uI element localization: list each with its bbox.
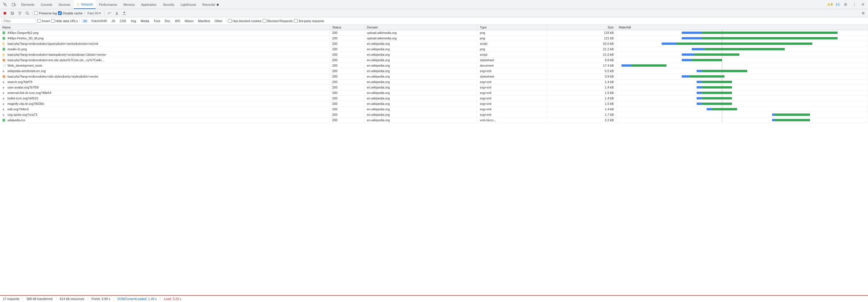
table-row[interactable]: ◈magnify-clip-ltr.svg?8330e200en.wikiped… xyxy=(0,101,868,107)
col-header-name[interactable]: Name xyxy=(0,25,330,30)
cell-waterfall xyxy=(616,117,868,123)
table-row[interactable]: 🖼440px-Dargonfly2.png200upload.wikimedia… xyxy=(0,30,868,36)
filter-type-img[interactable]: Img xyxy=(129,19,138,23)
toolbar-divider-2 xyxy=(84,11,85,16)
toggle-device-btn[interactable] xyxy=(10,1,18,9)
waterfall-download-bar xyxy=(702,103,732,105)
cell-size: 2.2 kB xyxy=(547,117,616,123)
table-row[interactable]: ◈search.svg?bbf78200en.wikipedia.orgsvg+… xyxy=(0,79,868,85)
waterfall-timeline-line xyxy=(722,112,722,117)
filter-type-doc[interactable]: Doc xyxy=(163,19,172,23)
filter-type-other[interactable]: Other xyxy=(213,19,224,23)
filter-type-ws[interactable]: WS xyxy=(174,19,182,23)
cell-waterfall xyxy=(616,36,868,41)
waterfall-connecting-bar xyxy=(662,43,677,45)
filter-type-all[interactable]: All xyxy=(82,19,88,23)
file-name: Web_development_tools xyxy=(7,64,42,67)
cell-status: 200 xyxy=(330,90,365,96)
table-row[interactable]: ◈wikipedia-wordmark-en.svg200en.wikipedi… xyxy=(0,68,868,74)
tab-sources[interactable]: Sources xyxy=(56,0,73,9)
search-btn[interactable] xyxy=(24,10,30,17)
col-header-domain[interactable]: Domain xyxy=(365,25,477,30)
table-row[interactable]: {}load.php?lang=en&modules=jquery&skin=v… xyxy=(0,41,868,47)
more-tools-btn[interactable]: ⋮ xyxy=(850,1,858,9)
tab-console[interactable]: Console xyxy=(38,0,55,9)
clear-btn[interactable] xyxy=(9,10,16,17)
filter-type-manifest[interactable]: Manifest xyxy=(196,19,212,23)
tab-performance[interactable]: Performance xyxy=(96,0,120,9)
waterfall-timeline-line xyxy=(722,63,722,68)
throttle-select-btn[interactable]: Fast 3G ▼ xyxy=(86,10,102,17)
filter-input[interactable] xyxy=(2,18,36,24)
table-row[interactable]: 🖼440px-Firefox_3D_tilt.png200upload.wiki… xyxy=(0,36,868,41)
file-name: enwiki-2x.png xyxy=(7,48,27,51)
tab-security[interactable]: Security xyxy=(160,0,177,9)
file-name: wikipedia-wordmark-en.svg xyxy=(7,69,45,73)
preserve-log-checkbox[interactable]: Preserve log xyxy=(34,11,57,15)
close-devtools-btn[interactable]: ✕ xyxy=(859,1,867,9)
invert-checkbox[interactable]: Invert xyxy=(37,19,50,23)
hide-data-urls-checkbox[interactable]: Hide data URLs xyxy=(51,19,78,23)
waterfall-timeline-line xyxy=(722,41,722,46)
network-toolbar: Preserve log Disable cache Fast 3G ▼ ⚙ xyxy=(0,9,868,17)
col-header-status[interactable]: Status xyxy=(330,25,365,30)
file-type-icon: 🎨 xyxy=(2,59,6,62)
waterfall-timeline-line xyxy=(722,47,722,52)
export-har-btn[interactable] xyxy=(121,10,127,17)
svg-rect-2 xyxy=(14,4,16,6)
blocked-requests-checkbox[interactable]: Blocked Requests xyxy=(262,19,293,23)
waterfall-download-bar xyxy=(712,108,737,110)
tab-application[interactable]: Application xyxy=(138,0,160,9)
table-row[interactable]: 🎨load.php?lang=en&modules=site.styles&on… xyxy=(0,74,868,79)
cell-size: 3.9 kB xyxy=(547,74,616,79)
waterfall-connecting-bar xyxy=(692,48,704,50)
tab-lighthouse[interactable]: Lighthouse xyxy=(178,0,199,9)
filter-type-js[interactable]: JS xyxy=(110,19,117,23)
filter-type-font[interactable]: Font xyxy=(152,19,162,23)
table-row[interactable]: ◈edit.svg?34bc5200en.wikipedia.orgsvg+xm… xyxy=(0,107,868,112)
filter-type-fetch-xhr[interactable]: Fetch/XHR xyxy=(90,19,108,23)
filter-type-css[interactable]: CSS xyxy=(118,19,128,23)
filter-type-media[interactable]: Media xyxy=(139,19,151,23)
table-row[interactable]: 🎨load.php?lang=en&modules=ext.cite.style… xyxy=(0,57,868,63)
waterfall-download-bar xyxy=(775,119,810,121)
table-row[interactable]: 🖼enwiki-2x.png200en.wikipedia.orgpng21.2… xyxy=(0,47,868,52)
cell-status: 200 xyxy=(330,41,365,47)
third-party-requests-checkbox[interactable]: 3rd-party requests xyxy=(294,19,324,23)
blocked-cookies-checkbox[interactable]: Has blocked cookies xyxy=(228,19,261,23)
file-name: 440px-Firefox_3D_tilt.png xyxy=(7,36,43,40)
waterfall-timeline-line xyxy=(722,101,722,106)
inspect-element-btn[interactable] xyxy=(1,1,9,9)
filter-type-wasm[interactable]: Wasm xyxy=(183,19,195,23)
cell-status: 200 xyxy=(330,52,365,57)
table-row[interactable]: 📄Web_development_tools200en.wikipedia.or… xyxy=(0,63,868,68)
filter-toggle-btn[interactable] xyxy=(17,10,23,17)
col-header-type[interactable]: Type xyxy=(477,25,547,30)
import-har-btn[interactable] xyxy=(114,10,120,17)
waterfall-connecting-bar xyxy=(696,70,702,72)
col-header-size[interactable]: Size xyxy=(547,25,616,30)
table-row[interactable]: ◈cog-sprite.svg?cca73200en.wikipedia.org… xyxy=(0,112,868,117)
table-row[interactable]: {}load.php?lang=en&modules=startup&only=… xyxy=(0,52,868,57)
table-row[interactable]: ◈bullet-icon.svg?d4515200en.wikipedia.or… xyxy=(0,96,868,101)
settings-btn[interactable]: ⚙ xyxy=(842,1,849,9)
table-row[interactable]: 🖼wikipedia.ico200en.wikipedia.orgvnd.mic… xyxy=(0,117,868,123)
tab-memory[interactable]: Memory xyxy=(121,0,138,9)
file-name: 440px-Dargonfly2.png xyxy=(7,31,38,34)
table-header-row: Name Status Domain Type Size Waterfall xyxy=(0,25,868,30)
settings-gear-btn[interactable]: ⚙ xyxy=(860,10,866,17)
record-btn[interactable] xyxy=(2,10,8,17)
network-conditions-btn[interactable] xyxy=(106,10,113,17)
cell-name: 🎨load.php?lang=en&modules=site.styles&on… xyxy=(0,74,330,79)
tab-recorder[interactable]: Recorder ⏺ xyxy=(199,0,222,9)
disable-cache-checkbox[interactable]: Disable cache xyxy=(58,11,83,15)
cell-domain: en.wikipedia.org xyxy=(365,96,477,101)
throttle-chevron-icon: ▼ xyxy=(99,12,101,15)
table-row[interactable]: ◈external-link-ltr-icon.svg?48e54200en.w… xyxy=(0,90,868,96)
table-row[interactable]: ◈user-avatar.svg?b7f58200en.wikipedia.or… xyxy=(0,85,868,90)
toolbar-divider-3 xyxy=(104,11,104,16)
svg-point-7 xyxy=(26,12,28,14)
tab-network[interactable]: ⚠ Network xyxy=(74,0,96,9)
col-header-waterfall[interactable]: Waterfall xyxy=(616,25,868,30)
tab-elements[interactable]: Elements xyxy=(19,0,37,9)
